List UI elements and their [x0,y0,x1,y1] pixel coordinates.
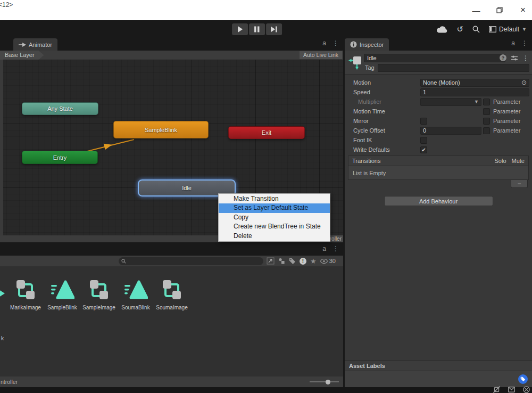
asset-labels-row [345,371,532,387]
cloud-icon[interactable] [436,26,447,33]
auto-live-link-button[interactable]: Auto Live Link [300,51,342,59]
multiplier-dropdown[interactable]: ▼ [420,98,481,106]
inspector-menu-icon[interactable]: ⋮ [522,55,529,61]
save-search-star-icon[interactable]: ★ [310,258,317,265]
lock-icon[interactable]: a [322,40,326,46]
asset-item[interactable]: SampleImage [82,278,115,310]
context-menu: Make Transition Set as Layer Default Sta… [218,193,330,242]
search-by-type-icon[interactable] [278,258,285,265]
object-picker-icon[interactable]: ⊙ [521,80,527,85]
partial-asset-label[interactable]: k [1,335,4,341]
play-button[interactable] [232,23,248,35]
inspector-properties: Motion None (Motion) ⊙ Speed 1 Multiplie… [345,75,532,154]
package-notification-icon[interactable] [508,387,515,392]
panel-menu-icon[interactable]: ⋮ [521,40,528,46]
menu-item-make-transition[interactable]: Make Transition [219,194,330,203]
asset-name: SampleBlink [47,305,77,310]
asset-item[interactable]: MarikaImage [9,278,42,310]
state-node-any-state[interactable]: Any State [22,102,98,115]
menu-item-set-default-state[interactable]: Set as Layer Default State [219,203,330,212]
close-button[interactable]: × [519,6,527,14]
asset-labels-header: Asset Labels [345,361,532,371]
lock-icon[interactable]: a [322,245,326,252]
property-row-write-defaults: Write Defaults ✔ [345,145,532,154]
asset-name: SoumaBlink [121,305,149,310]
property-row-speed: Speed 1 [345,87,532,97]
search-icon[interactable] [472,26,480,33]
panel-menu-icon[interactable]: ⋮ [332,245,339,252]
animation-clip-icon [50,278,74,302]
property-row-mirror: Mirror Parameter [345,116,532,126]
asset-item[interactable]: SoumaImage [155,278,188,310]
open-in-search-icon[interactable] [267,257,275,265]
editor-status-bar [0,387,532,393]
info-icon [350,41,357,48]
cycle-offset-input[interactable]: 0 [420,127,481,135]
icon-size-slider[interactable] [310,381,339,382]
layout-label: Default [499,26,519,33]
menu-item-create-blendtree[interactable]: Create new BlendTree in State [219,222,330,231]
project-status-bar: ntroller [0,376,343,387]
motion-object-field[interactable]: None (Motion) ⊙ [420,79,529,87]
state-node-entry[interactable]: Entry [22,151,98,164]
slider-handle[interactable] [326,380,330,384]
presets-icon[interactable] [511,55,518,61]
asset-name: MarikaImage [10,305,41,310]
tab-inspector[interactable]: Inspector [345,38,389,51]
tab-animator[interactable]: Animator [13,38,57,51]
asset-item[interactable]: SampleBlink [46,278,79,310]
project-search-input[interactable] [119,257,263,265]
animation-clip-icon [0,288,5,299]
state-node-exit[interactable]: Exit [228,126,305,139]
project-toolbar: ! ★ 30 [0,256,343,266]
search-icon [121,259,126,264]
tag-input[interactable] [378,64,529,72]
breadcrumb[interactable]: Base Layer [0,51,44,60]
project-panel: a ⋮ ! ★ 30 k MarikaImage Sampl [0,242,343,387]
maximize-button[interactable] [496,6,503,14]
minimize-button[interactable]: — [472,6,480,14]
help-icon[interactable]: ? [500,54,506,61]
foot-ik-checkbox[interactable] [420,137,427,144]
panel-menu-icon[interactable]: ⋮ [332,40,339,46]
add-behaviour-button[interactable]: Add Behaviour [384,196,493,206]
search-by-label-icon[interactable] [289,258,296,265]
chevron-down-icon: ▼ [474,99,479,105]
cache-server-disconnected-icon[interactable] [493,386,500,393]
property-row-cycle-offset: Cycle Offset 0 Parameter [345,126,532,135]
mute-column-label: Mute [512,158,525,164]
hidden-count: 30 [329,258,336,264]
transitions-empty-row: List is Empty [348,166,528,179]
mirror-parameter-checkbox[interactable] [483,118,490,125]
asset-label-tag-button[interactable] [518,374,528,384]
inspector-header: Idle ? ⋮ Tag [345,51,532,75]
animator-state-icon [348,55,363,70]
restore-icon [496,7,503,13]
layout-dropdown[interactable]: Default ▼ [489,26,527,33]
state-name-input[interactable]: Idle [364,54,505,62]
undo-history-icon[interactable]: ↺ [456,26,463,33]
cycle-offset-parameter-checkbox[interactable] [483,127,490,134]
asset-item[interactable]: SoumaBlink [119,278,152,310]
progress-status-icon[interactable] [523,386,530,393]
remove-transition-button[interactable]: − [511,180,528,188]
motion-time-parameter-checkbox[interactable] [483,108,490,115]
animator-icon [19,42,26,47]
speed-input[interactable]: 1 [420,88,529,96]
import-log-icon[interactable]: ! [300,258,306,265]
mirror-checkbox[interactable] [420,118,427,125]
animator-breadcrumb-bar: Base Layer Auto Live Link [0,51,343,60]
hidden-items-counter[interactable]: 30 [320,258,336,264]
project-content-grid[interactable]: k MarikaImage SampleBlink SampleImage So… [0,266,343,376]
lock-icon[interactable]: a [511,40,515,46]
menu-item-copy[interactable]: Copy [219,213,330,222]
tag-label: Tag [365,64,375,71]
property-row-motion-time: Motion Time Parameter [345,107,532,116]
pause-button[interactable] [249,23,265,35]
state-node-sampleblink[interactable]: SampleBlink [113,121,209,138]
menu-item-delete[interactable]: Delete [219,232,330,241]
layout-grid-icon [489,26,496,32]
step-button[interactable] [266,23,282,35]
write-defaults-checkbox[interactable]: ✔ [420,146,427,153]
multiplier-parameter-checkbox[interactable] [483,99,490,105]
